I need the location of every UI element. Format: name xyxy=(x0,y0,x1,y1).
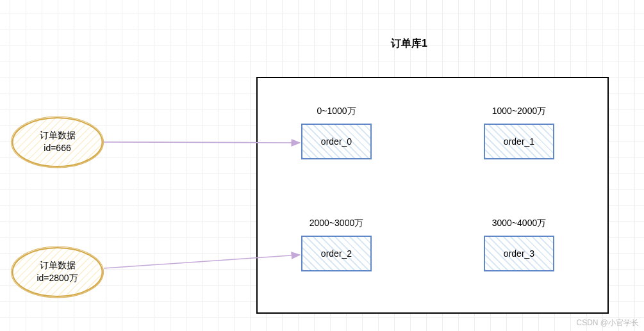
data-node-2-label: 订单数据 xyxy=(40,259,76,272)
table-range-3: 3000~4000万 xyxy=(474,218,564,229)
database-title: 订单库1 xyxy=(391,37,427,51)
table-box-3: order_3 xyxy=(484,236,554,271)
table-range-1: 1000~2000万 xyxy=(474,106,564,117)
table-group-1: 1000~2000万 order_1 xyxy=(474,106,564,159)
table-range-2: 2000~3000万 xyxy=(292,218,381,229)
data-node-2: 订单数据 id=2800万 xyxy=(11,246,104,298)
table-name-1: order_1 xyxy=(504,136,534,147)
watermark: CSDN @小官学长 xyxy=(576,318,639,328)
data-node-2-sub: id=2800万 xyxy=(37,272,78,285)
table-group-2: 2000~3000万 order_2 xyxy=(292,218,381,271)
data-node-1-label: 订单数据 xyxy=(40,129,76,142)
table-group-0: 0~1000万 order_0 xyxy=(292,106,381,159)
table-name-3: order_3 xyxy=(504,248,534,259)
table-group-3: 3000~4000万 order_3 xyxy=(474,218,564,271)
data-node-1-sub: id=666 xyxy=(44,142,70,155)
table-box-2: order_2 xyxy=(301,236,372,271)
data-node-1: 订单数据 id=666 xyxy=(11,117,104,168)
table-name-2: order_2 xyxy=(321,248,352,259)
table-box-1: order_1 xyxy=(484,124,554,159)
table-range-0: 0~1000万 xyxy=(292,106,381,117)
table-box-0: order_0 xyxy=(301,124,372,159)
table-name-0: order_0 xyxy=(321,136,352,147)
